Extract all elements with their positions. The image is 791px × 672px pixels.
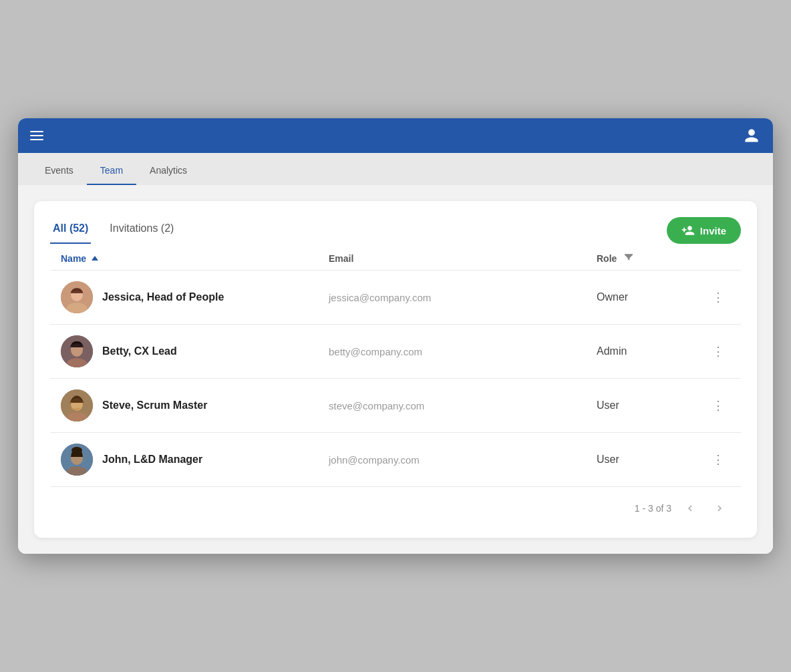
email-steve: steve@company.com (329, 400, 597, 411)
more-options-john[interactable]: ⋮ (707, 451, 730, 468)
pagination: 1 - 3 of 3 (50, 486, 741, 522)
svg-point-16 (71, 447, 82, 454)
app-window: Events Team Analytics All (52) Invitatio… (18, 118, 773, 554)
member-name-steve: Steve, Scrum Master (102, 399, 207, 411)
email-john: john@company.com (329, 454, 597, 466)
role-cell-betty: Admin ⋮ (597, 343, 730, 360)
pagination-prev-button[interactable] (679, 498, 701, 519)
member-name-jessica: Jessica, Head of People (102, 291, 224, 303)
col-header-email: Email (329, 253, 597, 264)
col-header-name[interactable]: Name (61, 253, 329, 264)
role-john: User (597, 454, 619, 466)
user-icon (744, 128, 760, 144)
tab-team[interactable]: Team (87, 157, 136, 185)
member-cell-jessica: Jessica, Head of People (61, 281, 329, 313)
invite-button[interactable]: Invite (667, 217, 741, 244)
table-row: John, L&D Manager john@company.com User … (50, 432, 741, 486)
member-cell-betty: Betty, CX Lead (61, 335, 329, 367)
user-icon-button[interactable] (742, 126, 761, 145)
main-content: All (52) Invitations (2) Invite Name E (18, 185, 773, 554)
member-name-betty: Betty, CX Lead (102, 345, 177, 357)
subtab-invitations[interactable]: Invitations (2) (107, 217, 176, 244)
member-name-john: John, L&D Manager (102, 454, 202, 466)
more-options-jessica[interactable]: ⋮ (707, 289, 730, 306)
email-jessica: jessica@company.com (329, 292, 597, 303)
tab-events[interactable]: Events (31, 157, 87, 185)
filter-icon (623, 252, 634, 265)
member-cell-john: John, L&D Manager (61, 444, 329, 476)
pagination-text: 1 - 3 of 3 (635, 503, 671, 514)
email-betty: betty@company.com (329, 346, 597, 357)
avatar-image-steve (61, 389, 93, 422)
member-cell-steve: Steve, Scrum Master (61, 389, 329, 422)
nav-tabs: Events Team Analytics (18, 153, 773, 185)
top-bar (18, 118, 773, 153)
more-options-betty[interactable]: ⋮ (707, 343, 730, 360)
team-card: All (52) Invitations (2) Invite Name E (34, 201, 757, 538)
subtab-all[interactable]: All (52) (50, 217, 91, 244)
avatar-betty (61, 335, 93, 367)
role-cell-john: User ⋮ (597, 451, 730, 468)
avatar-image-jessica (61, 281, 93, 313)
table-header: Name Email Role (50, 244, 741, 270)
avatar-image-betty (61, 335, 93, 367)
avatar-jessica (61, 281, 93, 313)
chevron-right-icon (714, 502, 726, 514)
avatar-steve (61, 389, 93, 422)
table-row: Betty, CX Lead betty@company.com Admin ⋮ (50, 324, 741, 378)
hamburger-icon[interactable] (30, 131, 43, 140)
table-row: Jessica, Head of People jessica@company.… (50, 270, 741, 324)
role-jessica: Owner (597, 291, 628, 303)
invite-label: Invite (700, 225, 726, 236)
sort-asc-icon (92, 256, 98, 261)
card-header: All (52) Invitations (2) Invite (50, 217, 741, 244)
sub-tabs: All (52) Invitations (2) (50, 217, 192, 244)
avatar-john (61, 444, 93, 476)
pagination-next-button[interactable] (709, 498, 730, 519)
col-header-role[interactable]: Role (597, 252, 730, 265)
role-cell-jessica: Owner ⋮ (597, 289, 730, 306)
table-row: Steve, Scrum Master steve@company.com Us… (50, 378, 741, 432)
more-options-steve[interactable]: ⋮ (707, 397, 730, 414)
role-betty: Admin (597, 345, 627, 357)
role-steve: User (597, 399, 619, 411)
avatar-image-john (61, 444, 93, 476)
role-cell-steve: User ⋮ (597, 397, 730, 414)
chevron-left-icon (684, 502, 696, 514)
add-person-icon (681, 224, 695, 237)
tab-analytics[interactable]: Analytics (136, 157, 200, 185)
